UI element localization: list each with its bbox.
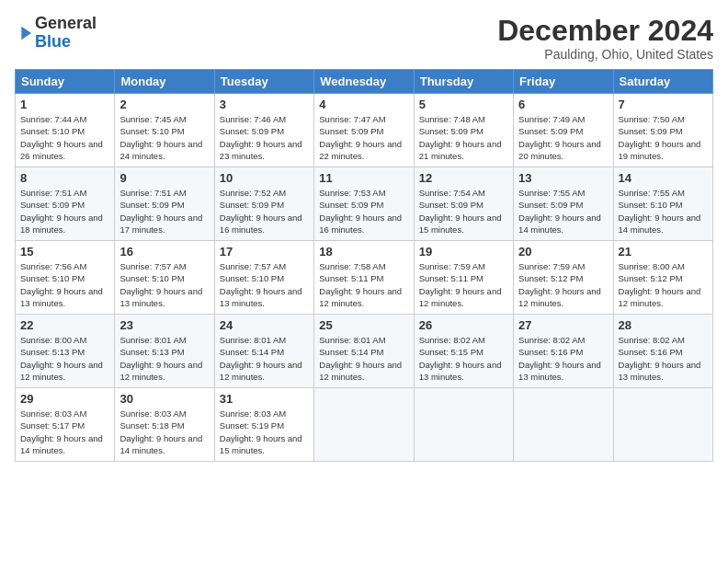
sunrise-text: Sunrise: 8:00 AM bbox=[20, 335, 86, 345]
sunrise-text: Sunrise: 8:03 AM bbox=[220, 408, 286, 419]
calendar-cell: 2 Sunrise: 7:45 AM Sunset: 5:10 PM Dayli… bbox=[115, 94, 214, 167]
svg-marker-0 bbox=[21, 26, 31, 40]
calendar-cell: 14 Sunrise: 7:55 AM Sunset: 5:10 PM Dayl… bbox=[613, 167, 712, 241]
calendar-cell: 15 Sunrise: 7:56 AM Sunset: 5:10 PM Dayl… bbox=[16, 241, 115, 315]
title-block: December 2024 Paulding, Ohio, United Sta… bbox=[497, 15, 713, 62]
col-wednesday: Wednesday bbox=[314, 70, 414, 94]
day-info: Sunrise: 8:01 AM Sunset: 5:13 PM Dayligh… bbox=[119, 334, 209, 383]
daylight-text: Daylight: 9 hours and 12 minutes. bbox=[119, 360, 202, 382]
daylight-text: Daylight: 9 hours and 12 minutes. bbox=[220, 360, 302, 382]
sunrise-text: Sunrise: 8:01 AM bbox=[220, 335, 286, 345]
calendar-cell: 23 Sunrise: 8:01 AM Sunset: 5:13 PM Dayl… bbox=[115, 315, 214, 388]
day-number: 19 bbox=[419, 245, 508, 259]
sunset-text: Sunset: 5:12 PM bbox=[518, 273, 583, 283]
sunrise-text: Sunrise: 7:57 AM bbox=[220, 261, 286, 271]
day-number: 2 bbox=[119, 98, 209, 111]
day-info: Sunrise: 7:56 AM Sunset: 5:10 PM Dayligh… bbox=[20, 260, 109, 309]
day-info: Sunrise: 7:57 AM Sunset: 5:10 PM Dayligh… bbox=[220, 260, 309, 309]
daylight-text: Daylight: 9 hours and 17 minutes. bbox=[119, 213, 202, 235]
calendar-cell: 16 Sunrise: 7:57 AM Sunset: 5:10 PM Dayl… bbox=[115, 241, 214, 315]
sunset-text: Sunset: 5:14 PM bbox=[319, 347, 383, 357]
daylight-text: Daylight: 9 hours and 13 minutes. bbox=[419, 360, 502, 382]
day-info: Sunrise: 8:03 AM Sunset: 5:19 PM Dayligh… bbox=[220, 408, 309, 456]
calendar-cell: 5 Sunrise: 7:48 AM Sunset: 5:09 PM Dayli… bbox=[414, 94, 513, 167]
day-number: 30 bbox=[119, 392, 209, 406]
calendar-cell: 29 Sunrise: 8:03 AM Sunset: 5:17 PM Dayl… bbox=[16, 388, 115, 462]
sunset-text: Sunset: 5:10 PM bbox=[119, 273, 184, 283]
daylight-text: Daylight: 9 hours and 13 minutes. bbox=[20, 286, 103, 308]
col-sunday: Sunday bbox=[16, 70, 115, 94]
day-info: Sunrise: 7:48 AM Sunset: 5:09 PM Dayligh… bbox=[419, 113, 508, 162]
sunset-text: Sunset: 5:10 PM bbox=[220, 273, 284, 283]
day-number: 21 bbox=[619, 245, 708, 259]
calendar-cell: 24 Sunrise: 8:01 AM Sunset: 5:14 PM Dayl… bbox=[214, 315, 313, 388]
day-number: 9 bbox=[119, 171, 209, 185]
day-number: 16 bbox=[119, 245, 209, 259]
sunset-text: Sunset: 5:09 PM bbox=[518, 126, 583, 136]
daylight-text: Daylight: 9 hours and 16 minutes. bbox=[220, 213, 302, 235]
day-info: Sunrise: 7:57 AM Sunset: 5:10 PM Dayligh… bbox=[119, 260, 209, 309]
sunset-text: Sunset: 5:09 PM bbox=[20, 200, 85, 210]
sunrise-text: Sunrise: 8:03 AM bbox=[20, 408, 86, 419]
sunrise-text: Sunrise: 7:45 AM bbox=[119, 114, 186, 124]
daylight-text: Daylight: 9 hours and 14 minutes. bbox=[119, 433, 202, 455]
calendar-cell: 11 Sunrise: 7:53 AM Sunset: 5:09 PM Dayl… bbox=[314, 167, 414, 241]
daylight-text: Daylight: 9 hours and 15 minutes. bbox=[220, 433, 302, 455]
sunset-text: Sunset: 5:16 PM bbox=[619, 347, 683, 357]
day-info: Sunrise: 8:03 AM Sunset: 5:17 PM Dayligh… bbox=[20, 408, 109, 456]
day-info: Sunrise: 7:55 AM Sunset: 5:09 PM Dayligh… bbox=[518, 187, 608, 236]
daylight-text: Daylight: 9 hours and 24 minutes. bbox=[119, 139, 202, 161]
calendar-week-2: 15 Sunrise: 7:56 AM Sunset: 5:10 PM Dayl… bbox=[16, 241, 713, 315]
day-number: 27 bbox=[518, 318, 608, 332]
sunrise-text: Sunrise: 7:53 AM bbox=[319, 188, 385, 198]
sunset-text: Sunset: 5:13 PM bbox=[119, 347, 184, 357]
day-info: Sunrise: 8:01 AM Sunset: 5:14 PM Dayligh… bbox=[319, 334, 408, 383]
sunrise-text: Sunrise: 7:59 AM bbox=[518, 261, 585, 271]
day-info: Sunrise: 7:51 AM Sunset: 5:09 PM Dayligh… bbox=[20, 187, 109, 236]
calendar-cell: 17 Sunrise: 7:57 AM Sunset: 5:10 PM Dayl… bbox=[214, 241, 313, 315]
day-info: Sunrise: 8:02 AM Sunset: 5:16 PM Dayligh… bbox=[619, 334, 708, 383]
daylight-text: Daylight: 9 hours and 13 minutes. bbox=[119, 286, 202, 308]
calendar-cell: 6 Sunrise: 7:49 AM Sunset: 5:09 PM Dayli… bbox=[514, 94, 613, 167]
sunrise-text: Sunrise: 7:56 AM bbox=[20, 261, 86, 271]
sunset-text: Sunset: 5:10 PM bbox=[619, 200, 683, 210]
sunset-text: Sunset: 5:17 PM bbox=[20, 420, 85, 431]
col-friday: Friday bbox=[514, 70, 613, 94]
sunrise-text: Sunrise: 8:02 AM bbox=[518, 335, 585, 345]
day-info: Sunrise: 7:55 AM Sunset: 5:10 PM Dayligh… bbox=[619, 187, 708, 236]
sunrise-text: Sunrise: 8:02 AM bbox=[419, 335, 485, 345]
calendar-cell bbox=[314, 388, 414, 462]
sunset-text: Sunset: 5:11 PM bbox=[319, 273, 383, 283]
calendar-cell: 8 Sunrise: 7:51 AM Sunset: 5:09 PM Dayli… bbox=[16, 167, 115, 241]
day-info: Sunrise: 8:03 AM Sunset: 5:18 PM Dayligh… bbox=[119, 408, 209, 456]
day-info: Sunrise: 7:58 AM Sunset: 5:11 PM Dayligh… bbox=[319, 260, 408, 309]
sunrise-text: Sunrise: 7:51 AM bbox=[119, 188, 186, 198]
day-number: 22 bbox=[20, 318, 109, 332]
day-number: 26 bbox=[419, 318, 508, 332]
logo-text: General Blue bbox=[35, 15, 97, 52]
sunrise-text: Sunrise: 7:49 AM bbox=[518, 114, 585, 124]
daylight-text: Daylight: 9 hours and 19 minutes. bbox=[619, 139, 701, 161]
day-number: 24 bbox=[220, 318, 309, 332]
day-number: 13 bbox=[518, 171, 608, 185]
daylight-text: Daylight: 9 hours and 26 minutes. bbox=[20, 139, 103, 161]
calendar-cell: 31 Sunrise: 8:03 AM Sunset: 5:19 PM Dayl… bbox=[214, 388, 313, 462]
daylight-text: Daylight: 9 hours and 14 minutes. bbox=[518, 213, 601, 235]
daylight-text: Daylight: 9 hours and 12 minutes. bbox=[518, 286, 601, 308]
sunrise-text: Sunrise: 7:55 AM bbox=[619, 188, 685, 198]
day-number: 3 bbox=[220, 98, 309, 111]
sunset-text: Sunset: 5:12 PM bbox=[619, 273, 683, 283]
day-info: Sunrise: 7:49 AM Sunset: 5:09 PM Dayligh… bbox=[518, 113, 608, 162]
day-number: 6 bbox=[518, 98, 608, 111]
sunrise-text: Sunrise: 7:57 AM bbox=[119, 261, 186, 271]
calendar-cell: 4 Sunrise: 7:47 AM Sunset: 5:09 PM Dayli… bbox=[314, 94, 414, 167]
header: General Blue December 2024 Paulding, Ohi… bbox=[15, 15, 713, 62]
sunset-text: Sunset: 5:09 PM bbox=[619, 126, 683, 136]
sunrise-text: Sunrise: 7:51 AM bbox=[20, 188, 86, 198]
sunrise-text: Sunrise: 7:59 AM bbox=[419, 261, 485, 271]
calendar-cell: 1 Sunrise: 7:44 AM Sunset: 5:10 PM Dayli… bbox=[16, 94, 115, 167]
calendar-table: Sunday Monday Tuesday Wednesday Thursday… bbox=[15, 69, 713, 462]
daylight-text: Daylight: 9 hours and 13 minutes. bbox=[518, 360, 601, 382]
logo-general: General bbox=[35, 14, 97, 32]
daylight-text: Daylight: 9 hours and 21 minutes. bbox=[419, 139, 502, 161]
